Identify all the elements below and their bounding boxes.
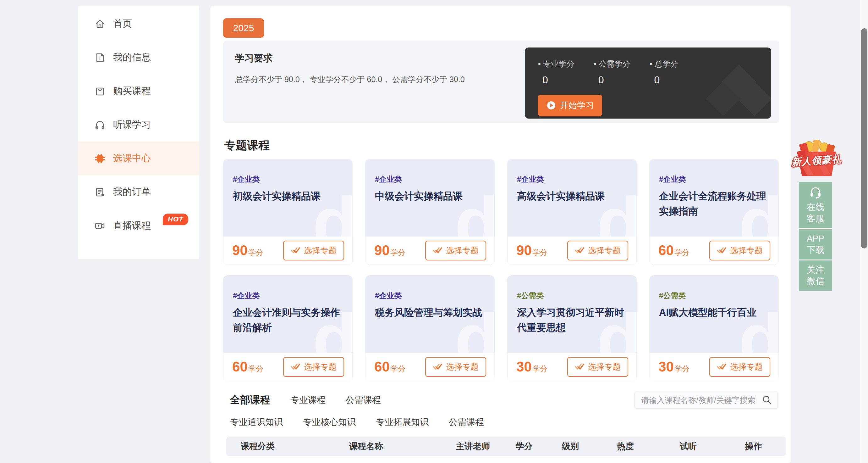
select-topic-button[interactable]: 选择专题 [709, 241, 770, 260]
play-icon [546, 100, 556, 110]
info-doc-icon [94, 52, 105, 63]
year-2025-button[interactable]: 2025 [223, 18, 264, 38]
sidebar-item-label: 首页 [113, 17, 132, 30]
credit-value: 60 [374, 359, 390, 375]
topic-card-cover: #企业类 中级会计实操精品课 d [366, 159, 494, 236]
topic-card-title: 深入学习贯彻习近平新时代重要思想 [517, 305, 628, 335]
service-label: APP下载 [806, 233, 825, 256]
topic-card-tag: #公需类 [517, 291, 628, 301]
topic-card-title: AI赋大模型能千行百业 [659, 305, 770, 320]
app-download-button[interactable]: APP下载 [799, 228, 832, 260]
topic-card-tag: #企业类 [659, 174, 770, 184]
sidebar-item-live-courses[interactable]: 直播课程 HOT [78, 209, 199, 242]
select-topic-button[interactable]: 选择专题 [283, 241, 344, 260]
chip-icon [94, 153, 105, 164]
service-label: 关注微信 [806, 264, 825, 287]
headphones-icon [94, 119, 105, 131]
topic-card: #企业类 税务风险管理与筹划实战 d 60学分 选择专题 [365, 275, 495, 381]
service-label: 在线客服 [806, 202, 825, 225]
subtab-general-knowledge[interactable]: 专业通识知识 [230, 416, 283, 428]
topic-cards-row-2: #企业类 企业会计准则与实务操作前沿解析 d 60学分 选择专题 #企业类 税务… [223, 275, 779, 381]
double-check-icon [717, 363, 726, 371]
topic-card: #公需类 AI赋大模型能千行百业 d 30学分 选择专题 [649, 275, 779, 381]
sidebar-item-label: 直播课程 [113, 219, 151, 232]
study-requirements-panel: 学习要求 总学分不少于 90.0， 专业学分不少于 60.0， 公需学分不少于 … [223, 40, 779, 123]
follow-wechat-button[interactable]: 关注微信 [799, 260, 832, 291]
credit-summary-panel: 专业学分 0 公需学分 0 总学分 0 开始学习 [525, 48, 771, 119]
topic-card-cover: #公需类 深入学习贯彻习近平新时代重要思想 d [507, 276, 637, 353]
stat-label: 专业学分 [538, 59, 575, 69]
select-topic-button[interactable]: 选择专题 [709, 357, 770, 377]
sidebar-item-home[interactable]: 首页 [78, 7, 199, 40]
tab-all-courses[interactable]: 全部课程 [230, 393, 270, 407]
order-list-icon [94, 186, 105, 198]
credit-suffix: 学分 [532, 364, 548, 374]
search-icon[interactable] [762, 395, 772, 405]
topic-card-title: 企业会计全流程账务处理实操指南 [659, 189, 770, 219]
page-scrollbar-thumb[interactable] [861, 28, 867, 249]
sidebar-item-my-orders[interactable]: 我的订单 [78, 175, 199, 209]
stat-total-credits: 总学分 0 [650, 59, 678, 86]
topic-card-tag: #公需类 [659, 291, 770, 301]
select-topic-button[interactable]: 选择专题 [567, 241, 628, 260]
select-topic-button[interactable]: 选择专题 [425, 357, 486, 377]
topic-card-cover: #企业类 高级会计实操精品课 d [507, 159, 637, 236]
tab-public-courses[interactable]: 公需课程 [346, 394, 381, 406]
select-topic-button[interactable]: 选择专题 [567, 357, 628, 377]
credit-badge: 60学分 [658, 242, 689, 258]
subtab-core-knowledge[interactable]: 专业核心知识 [303, 416, 356, 428]
credit-value: 90 [516, 242, 532, 258]
credit-stats: 专业学分 0 公需学分 0 总学分 0 [538, 59, 771, 86]
subtab-public-courses[interactable]: 公需课程 [449, 416, 484, 428]
online-service-button[interactable]: 在线客服 [799, 182, 832, 228]
stat-label: 总学分 [650, 59, 678, 69]
column-credits: 学分 [503, 441, 545, 452]
double-check-icon [433, 363, 442, 371]
topic-card-footer: 90学分 选择专题 [366, 236, 494, 264]
sidebar-item-label: 我的订单 [113, 185, 151, 199]
topic-cards-row-1: #企业类 初级会计实操精品课 d 90学分 选择专题 #企业类 中级会计实操精品… [223, 159, 779, 265]
credit-suffix: 学分 [390, 364, 405, 374]
column-actions: 操作 [721, 441, 786, 452]
newcomer-gift-banner[interactable]: 新人领豪礼 [793, 138, 840, 179]
sidebar-item-course-center[interactable]: 选课中心 [78, 142, 199, 175]
search-input[interactable] [641, 396, 762, 405]
double-check-icon [575, 246, 584, 255]
credit-badge: 90学分 [516, 242, 548, 258]
select-topic-button[interactable]: 选择专题 [425, 241, 486, 260]
sidebar-item-listen-learn[interactable]: 听课学习 [78, 108, 199, 142]
topic-card: #公需类 深入学习贯彻习近平新时代重要思想 d 30学分 选择专题 [507, 275, 637, 381]
double-check-icon [291, 246, 300, 255]
topic-card-cover: #公需类 AI赋大模型能千行百业 d [650, 276, 778, 353]
topic-card-cover: #企业类 初级会计实操精品课 d [223, 159, 352, 236]
double-check-icon [575, 363, 584, 371]
credit-badge: 60学分 [232, 359, 264, 375]
topic-card: #企业类 企业会计准则与实务操作前沿解析 d 60学分 选择专题 [223, 275, 352, 381]
shopping-bag-icon [94, 86, 105, 97]
topic-card-footer: 30学分 选择专题 [650, 353, 778, 381]
credit-badge: 90学分 [374, 242, 405, 258]
floating-service-stack: 在线客服 APP下载 关注微信 [799, 182, 832, 291]
tab-professional-courses[interactable]: 专业课程 [290, 394, 326, 406]
topic-card-title: 企业会计准则与实务操作前沿解析 [233, 305, 343, 335]
credit-suffix: 学分 [532, 248, 548, 258]
topic-card-cover: #企业类 税务风险管理与筹划实战 d [366, 276, 494, 353]
double-check-icon [433, 246, 442, 255]
topic-card-title: 初级会计实操精品课 [233, 189, 343, 204]
double-check-icon [291, 363, 300, 371]
sidebar-item-my-info[interactable]: 我的信息 [78, 40, 199, 74]
select-topic-button[interactable]: 选择专题 [283, 357, 344, 377]
start-learning-button[interactable]: 开始学习 [538, 95, 602, 116]
topic-card-footer: 90学分 选择专题 [507, 236, 637, 264]
sidebar-item-buy-courses[interactable]: 购买课程 [78, 74, 199, 108]
subtab-extended-knowledge[interactable]: 专业拓展知识 [376, 416, 429, 428]
stat-professional-credits: 专业学分 0 [538, 59, 575, 86]
stat-value: 0 [594, 74, 630, 86]
topic-card-footer: 60学分 选择专题 [366, 353, 494, 381]
main-content: 2025 学习要求 总学分不少于 90.0， 专业学分不少于 60.0， 公需学… [210, 6, 791, 463]
credit-suffix: 学分 [248, 248, 264, 258]
topic-card-cover: #企业类 企业会计全流程账务处理实操指南 d [650, 159, 778, 236]
page-scrollbar-track[interactable] [860, 0, 868, 463]
sidebar-item-label: 购买课程 [113, 85, 151, 97]
sidebar-item-label: 我的信息 [113, 51, 151, 64]
